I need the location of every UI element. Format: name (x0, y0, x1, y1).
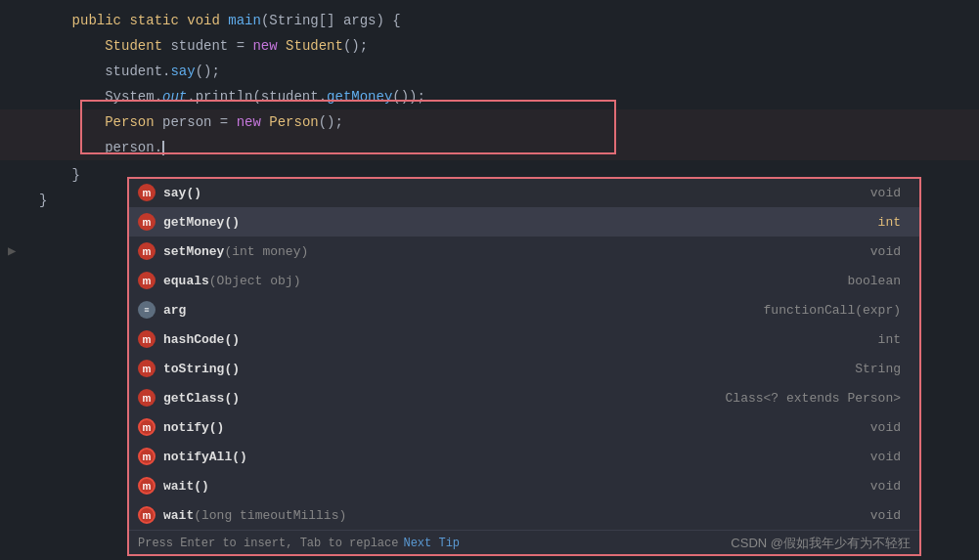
code-token: Person (105, 109, 154, 135)
return-type: void (870, 186, 911, 200)
code-token (121, 8, 129, 33)
method-icon-m: m (138, 360, 156, 377)
return-type: void (870, 450, 911, 464)
code-token: (String[] args) { (261, 8, 401, 33)
code-token: person = (155, 109, 237, 135)
method-icon-m: m (138, 330, 156, 348)
autocomplete-item-getmoney[interactable]: m getMoney() int (128, 207, 920, 237)
code-token: System. (105, 84, 162, 109)
method-icon-mo: m (138, 477, 156, 495)
sidebar-fold-icon: ▶ (8, 242, 16, 259)
code-token: (); (319, 109, 343, 135)
return-type: int (878, 215, 911, 230)
method-name: arg (163, 303, 186, 318)
method-name: getClass() (163, 391, 240, 406)
method-icon-m: m (138, 213, 156, 231)
code-token: .println(student. (187, 84, 327, 109)
method-icon-m: m (138, 272, 156, 289)
code-token: } (39, 162, 80, 188)
next-tip-link[interactable]: Next Tip (403, 537, 460, 550)
code-token: main (228, 8, 261, 33)
code-token (39, 109, 105, 135)
return-type: String (855, 362, 911, 376)
editor-container: public static void main (String[] args) … (0, 0, 979, 560)
code-token: static (129, 8, 178, 33)
return-type: void (870, 244, 911, 259)
method-name: notify() (163, 420, 224, 435)
code-line-5: Person person = new Person (); (0, 109, 979, 135)
code-token: public (39, 8, 121, 33)
code-token (220, 8, 228, 33)
code-token: student. (105, 59, 170, 84)
code-token: new (237, 109, 261, 135)
return-type: void (870, 479, 911, 494)
code-token: Person (269, 109, 318, 135)
code-token: Student (286, 33, 343, 59)
method-name: notifyAll() (163, 450, 247, 464)
watermark: CSDN @假如我年少有为不轻狂 (731, 535, 911, 552)
code-token: void (187, 8, 220, 33)
method-icon-arg: ≡ (138, 301, 156, 319)
code-line-3: student. say (); (0, 59, 979, 84)
code-token (261, 109, 269, 135)
autocomplete-item-wait-long[interactable]: m wait(long timeoutMillis) void (128, 500, 920, 530)
code-token: person. (105, 135, 162, 160)
method-name: hashCode() (163, 332, 240, 347)
code-token (179, 8, 187, 33)
text-cursor (162, 141, 164, 155)
code-token: student = (162, 33, 252, 59)
autocomplete-item-arg[interactable]: ≡ arg functionCall(expr) (128, 295, 920, 324)
autocomplete-item-notify[interactable]: m notify() void (128, 412, 920, 442)
autocomplete-item-getclass[interactable]: m getClass() Class<? extends Person> (128, 383, 920, 412)
code-token: getMoney (327, 84, 392, 109)
code-token (39, 135, 105, 160)
autocomplete-item-notifyall[interactable]: m notifyAll() void (128, 442, 920, 471)
method-name: say() (163, 186, 201, 200)
code-token (278, 33, 286, 59)
code-token: (); (196, 59, 220, 84)
autocomplete-dropdown[interactable]: m say() void m getMoney() int m setMoney… (128, 178, 920, 555)
code-area: public static void main (String[] args) … (0, 0, 979, 213)
autocomplete-item-equals[interactable]: m equals(Object obj) boolean (128, 266, 920, 295)
code-line-1: public static void main (String[] args) … (0, 8, 979, 33)
method-name: equals(Object obj) (163, 274, 300, 288)
method-name: toString() (163, 362, 240, 376)
code-token: Student (105, 33, 162, 59)
code-token (39, 33, 105, 59)
code-token: ()); (392, 84, 425, 109)
code-token: say (170, 59, 195, 84)
method-icon-mo: m (138, 448, 156, 465)
method-icon-m: m (138, 184, 156, 201)
return-type: void (870, 420, 911, 435)
return-type: Class<? extends Person> (726, 391, 911, 406)
method-icon-m: m (138, 242, 156, 260)
code-token (39, 84, 105, 109)
return-type: functionCall(expr) (764, 303, 911, 318)
code-line-6: person. (0, 135, 979, 160)
code-token (39, 59, 105, 84)
method-name: setMoney(int money) (163, 244, 308, 259)
method-name: getMoney() (163, 215, 240, 230)
autocomplete-item-hashcode[interactable]: m hashCode() int (128, 324, 920, 354)
autocomplete-item-say[interactable]: m say() void (128, 178, 920, 207)
code-token: new (252, 33, 277, 59)
code-token: (); (343, 33, 368, 59)
code-token: out (162, 84, 187, 109)
return-type: void (870, 508, 911, 523)
return-type: boolean (847, 274, 911, 288)
method-name: wait(long timeoutMillis) (163, 508, 346, 523)
autocomplete-item-tostring[interactable]: m toString() String (128, 354, 920, 383)
code-line-2: Student student = new Student (); (0, 33, 979, 59)
code-token: } (39, 188, 47, 213)
code-line-4: System. out .println(student. getMoney (… (0, 84, 979, 109)
method-icon-mo: m (138, 418, 156, 436)
autocomplete-item-wait[interactable]: m wait() void (128, 471, 920, 500)
method-icon-mo: m (138, 506, 156, 524)
status-text: Press Enter to insert, Tab to replace (138, 537, 398, 550)
method-icon-m: m (138, 389, 156, 407)
autocomplete-item-setmoney[interactable]: m setMoney(int money) void (128, 237, 920, 266)
return-type: int (878, 332, 911, 347)
method-name: wait() (163, 479, 209, 494)
autocomplete-status-bar: Press Enter to insert, Tab to replace Ne… (128, 530, 920, 555)
